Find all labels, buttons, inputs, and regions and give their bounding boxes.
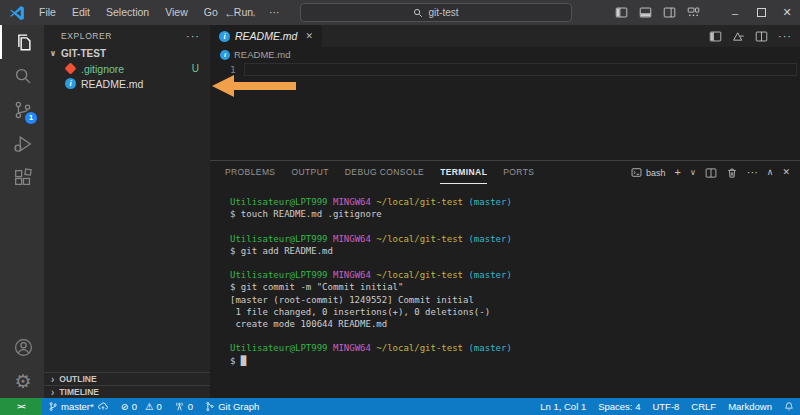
- menu-selection[interactable]: Selection: [98, 6, 157, 18]
- notifications-button[interactable]: [778, 398, 800, 415]
- encoding-setting[interactable]: UTF-8: [646, 398, 685, 415]
- close-window-button[interactable]: ✕: [774, 0, 800, 25]
- account-button[interactable]: [0, 330, 44, 364]
- terminal-session-picker[interactable]: bash: [631, 167, 666, 178]
- eol-setting[interactable]: CRLF: [685, 398, 722, 415]
- toggle-secondary-sidebar-icon[interactable]: [663, 6, 676, 19]
- terminal-text: (master): [468, 343, 511, 353]
- menu-file[interactable]: File: [31, 6, 64, 18]
- settings-button[interactable]: ⚙: [0, 364, 44, 398]
- vscode-window: FileEditSelectionViewGoRun··· ← → git-te…: [0, 0, 800, 415]
- menu-go[interactable]: Go: [196, 6, 226, 18]
- terminal-line: [230, 220, 800, 232]
- status-bar: >< master* ⊘ 0 ⚠ 0 0 Git Graph Ln 1, Col…: [0, 398, 800, 415]
- file-name: README.md: [81, 78, 143, 90]
- activity-run-debug[interactable]: [0, 127, 44, 161]
- cursor-position-label: Ln 1, Col 1: [540, 401, 586, 412]
- problems-status[interactable]: ⊘ 0 ⚠ 0: [115, 398, 168, 415]
- section-outline[interactable]: ›OUTLINE: [44, 372, 210, 385]
- kill-terminal-trash-icon[interactable]: [726, 167, 738, 179]
- terminal-text: ~/local/git-test: [376, 234, 463, 244]
- gear-icon: ⚙: [14, 372, 31, 391]
- terminal-text: (master): [468, 234, 511, 244]
- forward-arrow-icon[interactable]: →: [246, 6, 258, 20]
- maximize-panel-icon[interactable]: ∧: [767, 167, 774, 178]
- activity-source-control[interactable]: 1: [0, 93, 44, 127]
- open-preview-side-icon[interactable]: [732, 30, 745, 43]
- encoding-label: UTF-8: [652, 401, 679, 412]
- split-editor-icon[interactable]: [755, 30, 768, 43]
- close-panel-icon[interactable]: ✕: [782, 167, 790, 178]
- cursor-position[interactable]: Ln 1, Col 1: [534, 398, 592, 415]
- menu-edit[interactable]: Edit: [64, 6, 98, 18]
- terminal-line: [master (root-commit) 1249552] Commit in…: [230, 294, 800, 306]
- activity-search[interactable]: [0, 59, 44, 93]
- editor-content[interactable]: 1: [210, 62, 800, 160]
- remote-indicator[interactable]: ><: [0, 398, 42, 415]
- current-line-highlight: [244, 63, 797, 76]
- bell-icon: [784, 401, 794, 412]
- panel-tab-problems[interactable]: PROBLEMS: [225, 161, 275, 184]
- toggle-primary-sidebar-icon[interactable]: [615, 6, 628, 19]
- markdown-preview-icon[interactable]: [709, 30, 722, 43]
- tab-bar: i README.md ✕ ···: [210, 25, 800, 47]
- terminal-text: MINGW64: [333, 197, 371, 207]
- section-timeline[interactable]: ›TIMELINE: [44, 385, 210, 398]
- toggle-panel-icon[interactable]: [639, 6, 652, 19]
- panel-tab-terminal[interactable]: TERMINAL: [440, 161, 487, 184]
- chevron-right-icon: ›: [51, 374, 54, 385]
- terminal-text: Utilisateur@LPT999: [230, 234, 328, 244]
- terminal-line: $ git commit -m "Commit initial": [230, 281, 800, 293]
- menu-view[interactable]: View: [157, 6, 196, 18]
- indentation-setting[interactable]: Spaces: 4: [592, 398, 646, 415]
- title-bar: FileEditSelectionViewGoRun··· ← → git-te…: [0, 0, 800, 25]
- terminal-text: (master): [468, 270, 511, 280]
- folder-git-test[interactable]: ∨ GIT-TEST: [44, 46, 210, 61]
- terminal-line: $ touch README.md .gitignore: [230, 208, 800, 220]
- git-icon: [64, 62, 76, 74]
- language-mode[interactable]: Markdown: [722, 398, 778, 415]
- activity-explorer[interactable]: [0, 25, 44, 59]
- tab-label: README.md: [235, 30, 297, 42]
- panel-tab-ports[interactable]: PORTS: [503, 161, 534, 184]
- markdown-info-icon: i: [219, 31, 230, 42]
- minimize-button[interactable]: –: [722, 0, 748, 25]
- terminal-text: MINGW64: [333, 234, 371, 244]
- close-tab-icon[interactable]: ✕: [305, 31, 313, 41]
- tab-readme[interactable]: i README.md ✕: [210, 25, 322, 47]
- terminal-text: ~/local/git-test: [376, 343, 463, 353]
- chevron-down-icon[interactable]: ∨: [690, 167, 696, 178]
- maximize-button[interactable]: [748, 0, 774, 25]
- run-debug-icon: [12, 133, 34, 155]
- activity-extensions[interactable]: [0, 161, 44, 195]
- bottom-panel: PROBLEMSOUTPUTDEBUG CONSOLETERMINALPORTS…: [210, 160, 800, 398]
- more-actions-icon[interactable]: ···: [778, 30, 792, 42]
- file-name: .gitignore: [81, 63, 124, 75]
- more-actions-icon[interactable]: ···: [186, 30, 200, 42]
- terminal-output[interactable]: Utilisateur@LPT999 MINGW64 ~/local/git-t…: [210, 184, 800, 398]
- more-actions-icon[interactable]: ···: [747, 167, 758, 178]
- file-item-gitignore[interactable]: .gitignoreU: [44, 61, 210, 76]
- terminal-text: MINGW64: [333, 343, 371, 353]
- terminal-cursor: █: [241, 356, 246, 366]
- terminal-text: Utilisateur@LPT999: [230, 197, 328, 207]
- error-count: 0: [132, 401, 137, 412]
- ports-status[interactable]: 0: [168, 398, 199, 415]
- terminal-text: MINGW64: [333, 270, 371, 280]
- command-center-search[interactable]: git-test: [300, 3, 572, 22]
- shell-label: bash: [646, 168, 666, 178]
- split-terminal-icon[interactable]: [705, 167, 717, 179]
- breadcrumb[interactable]: i README.md: [210, 47, 800, 62]
- ports-count: 0: [188, 401, 193, 412]
- panel-tab-debug-console[interactable]: DEBUG CONSOLE: [345, 161, 424, 184]
- git-branch-status[interactable]: master*: [42, 398, 115, 415]
- file-item-readmemd[interactable]: iREADME.md: [44, 76, 210, 91]
- menu-more[interactable]: ···: [261, 6, 288, 18]
- git-graph-button[interactable]: Git Graph: [199, 398, 265, 415]
- new-terminal-icon[interactable]: +: [675, 167, 681, 178]
- customize-layout-icon[interactable]: [687, 6, 700, 19]
- back-arrow-icon[interactable]: ←: [224, 6, 236, 20]
- panel-tab-output[interactable]: OUTPUT: [291, 161, 328, 184]
- status-bar-right: Ln 1, Col 1 Spaces: 4 UTF-8 CRLF Markdow…: [534, 398, 800, 415]
- editor-group: i README.md ✕ ··· i README.md 1: [210, 25, 800, 398]
